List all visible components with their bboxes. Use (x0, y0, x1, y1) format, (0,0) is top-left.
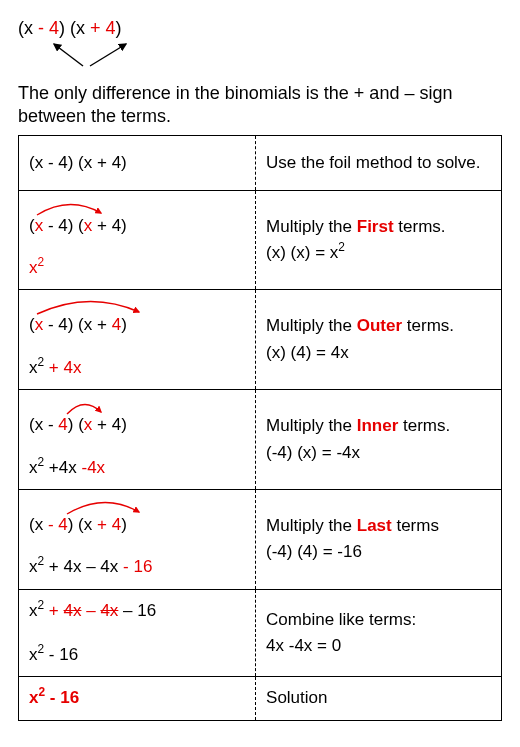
running-result: x2 +4x -4x (29, 455, 245, 481)
table-row: (x - 4) (x + 4) x2 + 4x – 4x - 16 Multip… (19, 489, 502, 589)
run-text: +4x (44, 458, 81, 477)
struck: 4x (100, 601, 118, 620)
cell-explain: Multiply the Last terms (-4) (4) = -16 (256, 489, 502, 589)
table-row: x2 - 16 Solution (19, 677, 502, 720)
header-plus: + 4 (90, 18, 116, 38)
cell-expression: x2 - 16 (19, 677, 256, 720)
cell-explain: Solution (256, 677, 502, 720)
cell-expression: (x - 4) (x + 4) x2 (19, 190, 256, 290)
explain-text: terms. (394, 217, 446, 236)
table-row: x2 + 4x – 4x – 16 x2 - 16 Combine like t… (19, 589, 502, 677)
foil-keyword: Outer (357, 316, 402, 335)
cell-explain: Multiply the Inner terms. (-4) (x) = -4x (256, 390, 502, 490)
arc-last (29, 496, 189, 516)
cell-expression: (x - 4) (x + 4) x2 + 4x (19, 290, 256, 390)
t: - 16 (44, 645, 78, 664)
t: x (29, 601, 38, 620)
foil-table: (x - 4) (x + 4) Use the foil method to s… (18, 135, 502, 721)
explain-text: Multiply the (266, 217, 357, 236)
explain-text: Multiply the (266, 416, 357, 435)
cell-expression: x2 + 4x – 4x – 16 x2 - 16 (19, 589, 256, 677)
svg-line-1 (90, 44, 126, 66)
run-text: x (29, 557, 38, 576)
header-text: ) (x (59, 18, 90, 38)
branch-arrows (48, 41, 148, 69)
run-text: x (29, 258, 38, 277)
header-expression: (x - 4) (x + 4) (18, 18, 502, 39)
table-row: (x - 4) (x + 4) x2 + 4x Multiply the Out… (19, 290, 502, 390)
calc-text: (-4) (x) = -4x (266, 443, 360, 462)
cell-explain: Multiply the First terms. (x) (x) = x2 (256, 190, 502, 290)
running-result: x2 (29, 255, 245, 281)
t: – (81, 601, 100, 620)
foil-keyword: Inner (357, 416, 399, 435)
calc-sup: 2 (338, 240, 345, 254)
cell-explain: Combine like terms: 4x -4x = 0 (256, 589, 502, 677)
run-red: + 4x (44, 358, 81, 377)
explain-text: terms. (402, 316, 454, 335)
explain-text: Use the foil method to solve. (266, 153, 481, 172)
table-row: (x - 4) (x + 4) Use the foil method to s… (19, 135, 502, 190)
t: x (29, 645, 38, 664)
calc-text: (x) (x) = x (266, 243, 338, 262)
explain-text: Solution (266, 688, 327, 707)
run-red: - 16 (123, 557, 152, 576)
sol-text: - 16 (45, 688, 79, 707)
t: + (44, 601, 63, 620)
run-red: -4x (81, 458, 105, 477)
expr-text: (x - 4) (x + 4) (29, 153, 127, 172)
arc-outer (29, 296, 189, 316)
running-result: x2 + 4x (29, 355, 245, 381)
run-text: x (29, 358, 38, 377)
header-text: ) (116, 18, 122, 38)
calc-text: 4x -4x = 0 (266, 636, 341, 655)
combine-line1: x2 + 4x – 4x – 16 (29, 598, 245, 624)
cell-expression: (x - 4) (x + 4) x2 +4x -4x (19, 390, 256, 490)
explain-text: Multiply the (266, 316, 357, 335)
arc-first (29, 197, 169, 217)
struck: 4x (64, 601, 82, 620)
t: – 16 (118, 601, 156, 620)
foil-keyword: Last (357, 516, 392, 535)
intro-text: The only difference in the binomials is … (18, 82, 502, 129)
running-result: x2 + 4x – 4x - 16 (29, 554, 245, 580)
explain-text: Multiply the (266, 516, 357, 535)
run-text: + 4x – 4x (44, 557, 123, 576)
cell-expression: (x - 4) (x + 4) x2 + 4x – 4x - 16 (19, 489, 256, 589)
foil-keyword: First (357, 217, 394, 236)
cell-explain: Use the foil method to solve. (256, 135, 502, 190)
explain-text: terms. (398, 416, 450, 435)
svg-line-0 (54, 44, 83, 66)
cell-expression: (x - 4) (x + 4) (19, 135, 256, 190)
cell-explain: Multiply the Outer terms. (x) (4) = 4x (256, 290, 502, 390)
calc-text: (-4) (4) = -16 (266, 542, 362, 561)
header-minus: - 4 (38, 18, 59, 38)
run-sup: 2 (38, 255, 45, 269)
arc-inner (29, 396, 169, 416)
table-row: (x - 4) (x + 4) x2 +4x -4x Multiply the … (19, 390, 502, 490)
table-row: (x - 4) (x + 4) x2 Multiply the First te… (19, 190, 502, 290)
explain-text: Combine like terms: (266, 610, 416, 629)
header-text: (x (18, 18, 38, 38)
calc-text: (x) (4) = 4x (266, 343, 349, 362)
combine-line2: x2 - 16 (29, 642, 245, 668)
explain-text: terms (392, 516, 439, 535)
run-text: x (29, 458, 38, 477)
